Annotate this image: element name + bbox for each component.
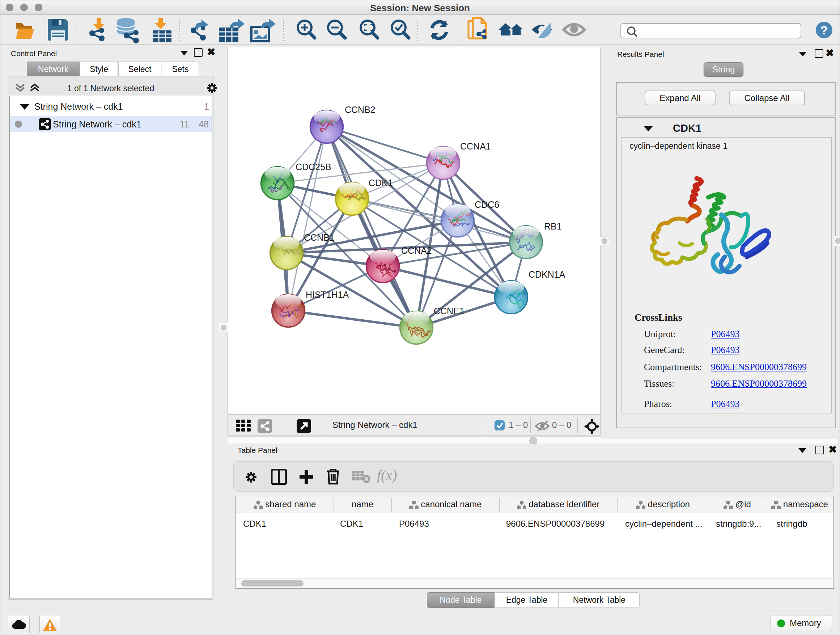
svg-text:CDC6: CDC6 [475,200,499,210]
svg-text:CDK1: CDK1 [369,178,393,188]
svg-text:CDC25B: CDC25B [295,162,332,172]
svg-text:CCNA2: CCNA2 [401,245,432,256]
svg-text:CCNB1: CCNB1 [304,233,335,242]
svg-text:RB1: RB1 [544,221,562,231]
svg-text:CCNB2: CCNB2 [345,105,376,115]
svg-text:CCNE1: CCNE1 [434,306,464,316]
svg-text:CCNA1: CCNA1 [460,141,491,151]
svg-text:CDKN1A: CDKN1A [529,269,565,279]
svg-text:HIST1H1A: HIST1H1A [306,290,349,300]
